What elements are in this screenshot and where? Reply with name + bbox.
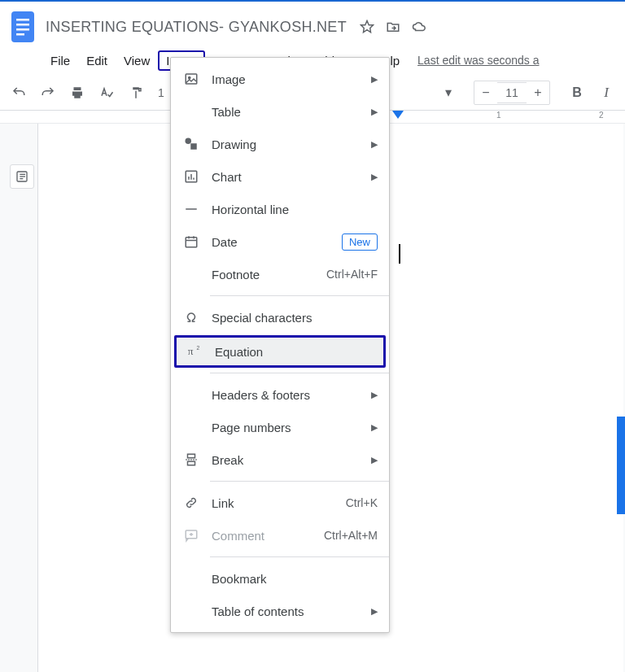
insert-comment-label: Comment bbox=[212, 529, 312, 543]
insert-special-characters-label: Special characters bbox=[212, 311, 378, 325]
indent-marker-icon[interactable] bbox=[392, 111, 404, 119]
calendar-icon bbox=[182, 233, 200, 251]
font-size-input[interactable] bbox=[497, 82, 527, 103]
submenu-arrow-icon: ▶ bbox=[371, 74, 378, 85]
insert-equation-label: Equation bbox=[215, 345, 374, 359]
spellcheck-button[interactable] bbox=[96, 82, 117, 103]
omega-icon bbox=[182, 308, 200, 326]
menu-view[interactable]: View bbox=[116, 50, 158, 71]
insert-date-label: Date bbox=[212, 235, 330, 249]
insert-image-label: Image bbox=[212, 72, 360, 86]
menu-separator bbox=[210, 295, 389, 296]
submenu-arrow-icon: ▶ bbox=[371, 606, 378, 617]
insert-chart-label: Chart bbox=[212, 170, 360, 184]
insert-page-numbers-label: Page numbers bbox=[212, 421, 360, 434]
text-cursor bbox=[399, 244, 400, 264]
svg-rect-3 bbox=[16, 28, 29, 31]
document-title[interactable]: INSERTING EQUATIONS- GYANKOSH.NET bbox=[42, 17, 350, 37]
chart-icon bbox=[182, 168, 200, 185]
insert-date-item[interactable]: Date New bbox=[171, 225, 389, 258]
insert-link-label: Link bbox=[212, 496, 334, 510]
move-folder-icon[interactable] bbox=[386, 20, 400, 34]
svg-text:2: 2 bbox=[197, 345, 200, 351]
docs-app-icon[interactable] bbox=[7, 7, 39, 47]
insert-table-of-contents-item[interactable]: Table of contents ▶ bbox=[171, 595, 389, 627]
drawing-icon bbox=[182, 135, 200, 153]
svg-rect-13 bbox=[190, 143, 197, 150]
menu-separator bbox=[210, 556, 389, 557]
bold-button[interactable]: B bbox=[566, 82, 588, 103]
insert-headers-footers-label: Headers & footers bbox=[212, 388, 360, 402]
insert-menu-dropdown: Image ▶ Table ▶ Drawing ▶ Chart ▶ Horizo… bbox=[170, 57, 390, 633]
insert-table-item[interactable]: Table ▶ bbox=[171, 95, 389, 128]
svg-rect-0 bbox=[11, 11, 34, 42]
svg-text:π: π bbox=[188, 345, 194, 357]
insert-table-of-contents-label: Table of contents bbox=[212, 604, 360, 618]
ruler-tick-1: 1 bbox=[496, 111, 501, 120]
link-shortcut: Ctrl+K bbox=[346, 496, 378, 509]
svg-point-12 bbox=[186, 138, 192, 145]
image-icon bbox=[182, 70, 200, 88]
insert-headers-footers-item[interactable]: Headers & footers ▶ bbox=[171, 378, 389, 411]
zoom-indicator: 1 bbox=[158, 86, 164, 99]
horizontal-line-icon bbox=[182, 200, 200, 218]
insert-footnote-item[interactable]: Footnote Ctrl+Alt+F bbox=[171, 258, 389, 290]
link-icon bbox=[182, 494, 200, 512]
header-row: INSERTING EQUATIONS- GYANKOSH.NET bbox=[0, 2, 625, 47]
font-family-dropdown[interactable]: ▾ bbox=[441, 85, 456, 100]
submenu-arrow-icon: ▶ bbox=[371, 139, 378, 150]
comment-icon bbox=[182, 526, 200, 544]
new-badge: New bbox=[342, 233, 378, 251]
insert-horizontal-line-item[interactable]: Horizontal line bbox=[171, 193, 389, 225]
paint-format-button[interactable] bbox=[125, 82, 146, 103]
svg-rect-4 bbox=[16, 33, 24, 36]
insert-page-numbers-item[interactable]: Page numbers ▶ bbox=[171, 411, 389, 443]
insert-drawing-label: Drawing bbox=[212, 137, 360, 151]
submenu-arrow-icon: ▶ bbox=[371, 390, 378, 400]
redo-button[interactable] bbox=[37, 82, 59, 103]
last-edit-link[interactable]: Last edit was seconds a bbox=[417, 54, 539, 67]
menu-edit[interactable]: Edit bbox=[78, 50, 116, 71]
insert-drawing-item[interactable]: Drawing ▶ bbox=[171, 128, 389, 160]
svg-rect-19 bbox=[186, 238, 197, 247]
font-size-control: − + bbox=[474, 81, 550, 105]
insert-bookmark-label: Bookmark bbox=[212, 572, 378, 586]
comment-shortcut: Ctrl+Alt+M bbox=[324, 529, 378, 542]
insert-table-label: Table bbox=[212, 105, 360, 119]
star-icon[interactable] bbox=[360, 20, 374, 34]
italic-button[interactable]: I bbox=[596, 82, 617, 103]
submenu-arrow-icon: ▶ bbox=[371, 455, 378, 465]
submenu-arrow-icon: ▶ bbox=[371, 107, 378, 117]
submenu-arrow-icon: ▶ bbox=[371, 172, 378, 182]
insert-image-item[interactable]: Image ▶ bbox=[171, 63, 389, 95]
menu-file[interactable]: File bbox=[42, 50, 78, 71]
svg-rect-1 bbox=[16, 19, 29, 21]
insert-horizontal-line-label: Horizontal line bbox=[212, 203, 378, 216]
svg-marker-5 bbox=[361, 21, 373, 33]
pi-icon: π2 bbox=[186, 343, 203, 360]
svg-rect-2 bbox=[16, 24, 29, 26]
show-outline-button[interactable] bbox=[10, 164, 34, 189]
insert-break-label: Break bbox=[212, 453, 360, 467]
print-button[interactable] bbox=[67, 82, 88, 103]
svg-point-11 bbox=[189, 76, 190, 78]
insert-link-item[interactable]: Link Ctrl+K bbox=[171, 487, 389, 519]
menu-separator bbox=[210, 373, 389, 373]
submenu-arrow-icon: ▶ bbox=[371, 422, 378, 433]
insert-equation-item[interactable]: π2 Equation bbox=[174, 335, 386, 368]
cloud-status-icon[interactable] bbox=[412, 20, 426, 34]
menu-separator bbox=[210, 481, 389, 482]
font-size-increase[interactable]: + bbox=[527, 81, 549, 104]
scrollbar-thumb[interactable] bbox=[617, 417, 625, 514]
insert-special-characters-item[interactable]: Special characters bbox=[171, 301, 389, 334]
insert-comment-item: Comment Ctrl+Alt+M bbox=[171, 519, 389, 552]
font-size-decrease[interactable]: − bbox=[474, 81, 497, 104]
insert-break-item[interactable]: Break ▶ bbox=[171, 443, 389, 476]
ruler-tick-2: 2 bbox=[599, 111, 604, 120]
insert-footnote-label: Footnote bbox=[212, 268, 315, 281]
page-break-icon bbox=[182, 451, 200, 469]
insert-bookmark-item[interactable]: Bookmark bbox=[171, 562, 389, 595]
footnote-shortcut: Ctrl+Alt+F bbox=[326, 268, 378, 281]
insert-chart-item[interactable]: Chart ▶ bbox=[171, 160, 389, 193]
undo-button[interactable] bbox=[8, 82, 29, 103]
